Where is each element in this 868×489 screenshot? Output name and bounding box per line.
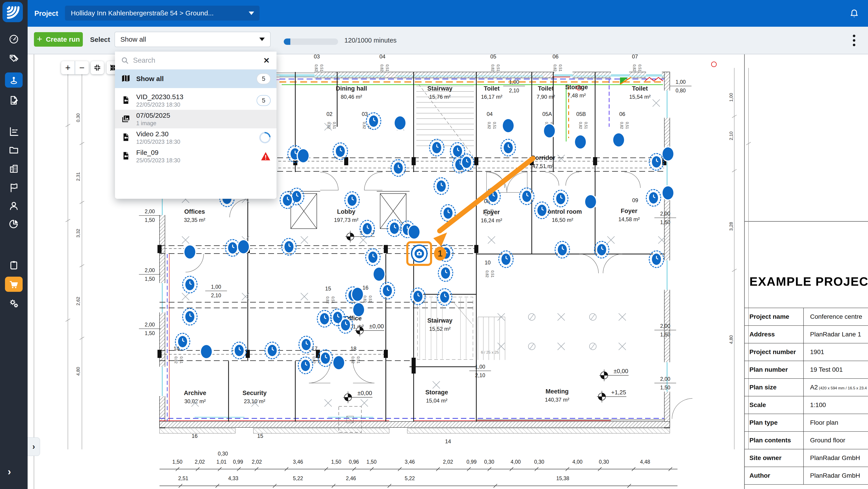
video-file-icon xyxy=(121,151,131,162)
plan-marker-recording[interactable] xyxy=(440,292,449,303)
plan-marker[interactable] xyxy=(409,225,420,239)
item-title: File_09 xyxy=(136,149,255,156)
plan-marker[interactable] xyxy=(662,186,673,200)
plan-marker[interactable] xyxy=(585,195,596,208)
plan-marker-recording[interactable] xyxy=(284,241,293,252)
plan-marker-recording[interactable] xyxy=(185,279,194,290)
filter-select[interactable]: Show all xyxy=(115,32,271,47)
plan-marker-recording[interactable] xyxy=(441,247,450,259)
plan-marker-recording[interactable] xyxy=(178,336,187,347)
plan-marker-recording[interactable] xyxy=(441,267,450,279)
chevron-down-icon xyxy=(259,38,265,41)
dropdown-item-07-05-2025[interactable]: 07/05/2025 1 image xyxy=(115,110,277,128)
sidebar-item-settings[interactable] xyxy=(0,296,28,311)
plan-marker-recording[interactable] xyxy=(301,360,310,371)
plan-marker-recording[interactable] xyxy=(394,162,403,174)
sidebar-item-forms-sign[interactable] xyxy=(0,93,28,108)
plan-marker-recording[interactable] xyxy=(453,145,462,157)
plan-marker-recording[interactable] xyxy=(268,345,277,356)
create-run-button[interactable]: + Create run xyxy=(34,32,83,47)
plan-marker-recording[interactable] xyxy=(652,156,661,167)
dropdown-item-vid-20230-513[interactable]: VID_20230.513 22/05/2023 18:305 xyxy=(115,91,277,110)
plan-marker-recording[interactable] xyxy=(336,146,345,157)
plan-marker-recording[interactable] xyxy=(320,313,329,325)
plan-marker[interactable] xyxy=(374,268,384,281)
plan-marker[interactable] xyxy=(352,288,363,301)
sidebar-item-clipboard[interactable] xyxy=(0,257,28,273)
plan-marker[interactable] xyxy=(613,133,624,147)
plan-marker-recording[interactable] xyxy=(504,142,513,153)
plan-marker-recording[interactable] xyxy=(537,205,547,216)
sidebar-item-folder[interactable] xyxy=(0,142,28,157)
sidebar-item-flag[interactable] xyxy=(0,180,28,195)
plan-marker[interactable] xyxy=(575,135,586,149)
search-input[interactable] xyxy=(133,56,259,65)
sidebar-item-buildings[interactable] xyxy=(0,161,28,176)
item-subtitle: 25/05/2023 18:30 xyxy=(136,157,255,164)
plan-marker[interactable] xyxy=(238,240,249,253)
plan-marker[interactable] xyxy=(333,356,344,369)
plan-marker-recording[interactable] xyxy=(432,142,441,153)
plan-marker-recording[interactable] xyxy=(383,285,392,296)
plan-marker-recording[interactable] xyxy=(341,319,350,331)
expand-panel-button[interactable]: › xyxy=(28,437,40,456)
plan-marker-recording[interactable] xyxy=(437,180,446,192)
plan-marker-recording[interactable] xyxy=(556,193,565,204)
plan-marker-recording[interactable] xyxy=(228,242,237,253)
project-selector[interactable]: Holliday Inn Kahlenbergerstraße 54 > Gro… xyxy=(65,6,259,21)
plan-marker-recording[interactable] xyxy=(443,207,453,219)
sidebar-item-user[interactable] xyxy=(0,198,28,213)
notifications-bell-icon[interactable] xyxy=(849,8,859,19)
sidebar-item-pie-chart[interactable] xyxy=(0,216,28,232)
plan-marker-recording[interactable] xyxy=(522,191,531,202)
plan-marker[interactable] xyxy=(544,124,555,137)
sidebar-item-stats[interactable] xyxy=(0,124,28,139)
plan-marker-recording[interactable] xyxy=(363,223,372,234)
plan-marker-recording[interactable] xyxy=(321,353,330,364)
sidebar-item-tags[interactable] xyxy=(0,51,28,66)
plan-marker-recording[interactable] xyxy=(369,116,378,127)
plan-marker-recording[interactable] xyxy=(347,194,356,206)
plan-marker-recording[interactable] xyxy=(368,251,377,263)
plan-marker-recording[interactable] xyxy=(302,339,311,350)
zoom-out-button[interactable]: − xyxy=(75,61,89,74)
plan-marker[interactable] xyxy=(298,149,309,162)
zoom-in-button[interactable]: + xyxy=(61,61,75,74)
plan-marker-recording[interactable] xyxy=(649,192,658,204)
fit-to-screen-button[interactable] xyxy=(91,61,104,74)
close-icon[interactable]: ✕ xyxy=(262,56,271,65)
sidebar-item-site-inspection[interactable] xyxy=(5,72,23,88)
dropdown-item-file-09[interactable]: File_09 25/05/2023 18:30 xyxy=(115,147,277,165)
plan-marker[interactable] xyxy=(395,116,405,129)
dropdown-item-show-all[interactable]: Show all 5 xyxy=(115,69,277,88)
plan-marker[interactable] xyxy=(503,119,514,132)
more-options-kebab-icon[interactable] xyxy=(849,33,859,47)
plan-marker[interactable] xyxy=(353,303,364,316)
plan-marker[interactable] xyxy=(184,245,195,258)
plan-marker-recording[interactable] xyxy=(597,244,606,255)
sidebar: › xyxy=(0,0,28,489)
minutes-progress-fill xyxy=(284,38,290,45)
sidebar-item-dashboard[interactable] xyxy=(0,32,28,47)
zoom-control: + − xyxy=(61,61,89,74)
plan-marker-recording[interactable] xyxy=(462,157,471,168)
app-logo-icon[interactable] xyxy=(2,2,23,22)
plan-marker[interactable] xyxy=(201,345,212,358)
plan-marker-recording[interactable] xyxy=(185,311,194,323)
plan-marker-recording[interactable] xyxy=(283,194,292,206)
image-stack-icon xyxy=(121,114,131,124)
video-file-icon xyxy=(121,132,131,143)
plan-marker-recording[interactable] xyxy=(235,345,244,356)
dropdown-item-video-2-30[interactable]: Video 2.30 12/05/2023 18:30 xyxy=(115,128,277,147)
plan-marker-recording[interactable] xyxy=(558,244,567,255)
count-badge: 5 xyxy=(257,95,271,106)
video-file-icon xyxy=(121,95,131,106)
plan-marker-recording[interactable] xyxy=(501,253,510,265)
plan-marker-recording[interactable] xyxy=(652,253,661,265)
plan-marker[interactable] xyxy=(662,147,673,160)
sidebar-item-cart[interactable] xyxy=(5,277,23,292)
plan-marker-recording[interactable] xyxy=(390,222,399,234)
sidebar-collapse-chevron-icon[interactable]: › xyxy=(8,466,11,477)
plan-marker-recording[interactable] xyxy=(489,191,498,202)
plan-marker-recording[interactable] xyxy=(413,291,423,302)
